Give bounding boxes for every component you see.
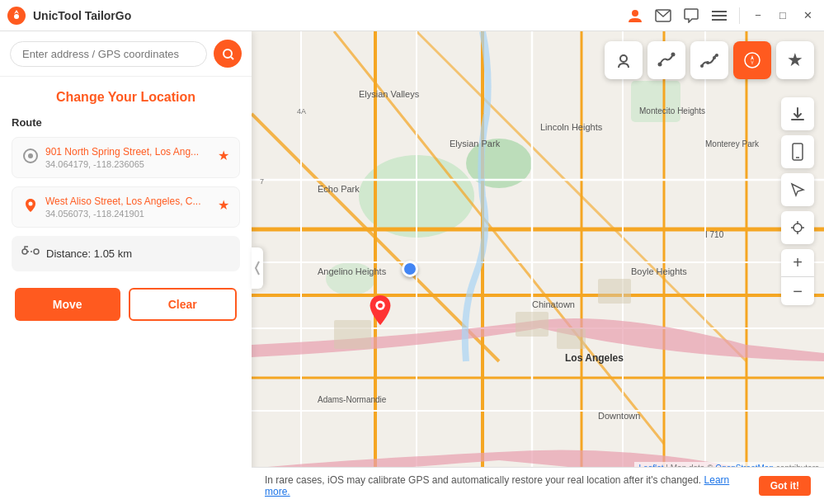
route-point-1-text: 901 North Spring Street, Los Ang... 34.0…: [45, 146, 211, 169]
route-point-2-star[interactable]: ★: [218, 197, 229, 213]
svg-point-2: [632, 10, 638, 16]
panel-title: Change Your Location: [12, 90, 240, 105]
location-arrow-button[interactable]: [781, 173, 814, 206]
svg-point-72: [793, 224, 802, 232]
location-circle-icon: [22, 148, 39, 164]
route-point-1-name: 901 North Spring Street, Los Ang...: [45, 146, 211, 158]
svg-text:Adams-Normandie: Adams-Normandie: [318, 395, 387, 404]
search-bar: [0, 31, 252, 77]
svg-point-62: [658, 63, 662, 67]
route-point-2-coords: 34.056073, -118.241901: [45, 209, 211, 219]
svg-text:Lincoln Heights: Lincoln Heights: [540, 122, 603, 132]
map-toolbar: ★: [605, 41, 814, 79]
svg-rect-19: [631, 81, 680, 122]
svg-line-8: [231, 57, 233, 59]
banner-text: In rare cases, iOS may calibrate GPS and…: [265, 474, 749, 497]
arrow-icon: [221, 47, 234, 60]
teleport-tool-button[interactable]: [605, 41, 643, 79]
map-right-controls: + −: [781, 97, 814, 305]
route-point-1-star[interactable]: ★: [218, 148, 229, 163]
distance-row: Distance: 1.05 km: [12, 236, 240, 271]
chat-icon[interactable]: [680, 4, 703, 27]
svg-point-12: [22, 249, 27, 254]
svg-point-10: [28, 153, 33, 158]
app-title: UnicTool TailorGo: [33, 9, 624, 22]
svg-rect-40: [516, 312, 549, 337]
main-layout: Change Your Location Route 901 North Spr…: [0, 31, 824, 504]
distance-text: Distance: 1.05 km: [46, 247, 132, 260]
sidebar: Change Your Location Route 901 North Spr…: [0, 31, 252, 504]
svg-point-13: [34, 249, 39, 254]
route-point-1-coords: 34.064179, -118.236065: [45, 159, 211, 169]
svg-text:Chinatown: Chinatown: [532, 299, 575, 309]
clear-button[interactable]: Clear: [129, 288, 238, 321]
panel-content: Change Your Location Route 901 North Spr…: [0, 77, 252, 504]
svg-text:Elysian Park: Elysian Park: [450, 139, 501, 148]
map-area[interactable]: Chinatown Los Angeles Downtown Angelino …: [252, 31, 824, 504]
titlebar-icons: − □ ✕: [624, 4, 817, 27]
svg-rect-41: [557, 328, 586, 349]
svg-text:Los Angeles: Los Angeles: [565, 352, 624, 364]
route-label: Route: [12, 116, 240, 129]
svg-point-7: [224, 49, 232, 58]
device-button[interactable]: [781, 135, 814, 168]
move-button[interactable]: Move: [15, 288, 120, 321]
route-point-2: West Aliso Street, Los Angeles, C... 34.…: [12, 186, 240, 228]
svg-text:Elysian Valleys: Elysian Valleys: [359, 89, 420, 99]
svg-point-66: [713, 56, 716, 59]
route-point-1: 901 North Spring Street, Los Ang... 34.0…: [12, 137, 240, 178]
svg-point-61: [620, 55, 627, 62]
svg-point-65: [706, 61, 709, 64]
crosshair-button[interactable]: [781, 211, 814, 244]
svg-point-1: [14, 14, 19, 19]
mail-icon[interactable]: [652, 4, 675, 27]
destination-marker: [367, 294, 393, 327]
svg-rect-43: [598, 279, 631, 304]
svg-text:7: 7: [260, 177, 264, 186]
two-spot-tool-button[interactable]: [647, 41, 685, 79]
svg-text:Montecito Heights: Montecito Heights: [639, 106, 705, 115]
svg-text:Downtown: Downtown: [598, 411, 640, 421]
action-buttons: Move Clear: [12, 288, 240, 321]
banner-message: In rare cases, iOS may calibrate GPS and…: [265, 474, 701, 486]
svg-text:Boyle Heights: Boyle Heights: [631, 266, 687, 276]
favorites-button[interactable]: ★: [776, 41, 814, 79]
route-point-2-name: West Aliso Street, Los Angeles, C...: [45, 195, 211, 207]
menu-icon[interactable]: [708, 4, 731, 27]
multi-spot-tool-button[interactable]: [690, 41, 728, 79]
zoom-controls: + −: [781, 249, 814, 305]
svg-text:Echo Park: Echo Park: [318, 184, 360, 194]
zoom-out-button[interactable]: −: [781, 277, 814, 305]
svg-point-68: [745, 53, 760, 68]
zoom-in-button[interactable]: +: [781, 249, 814, 277]
search-input[interactable]: [10, 41, 207, 67]
map-background: Chinatown Los Angeles Downtown Angelino …: [252, 31, 824, 504]
svg-point-63: [671, 53, 676, 57]
svg-point-67: [715, 54, 718, 57]
got-it-button[interactable]: Got it!: [759, 476, 811, 496]
avatar-icon[interactable]: [624, 4, 647, 27]
maximize-button[interactable]: □: [773, 6, 793, 26]
compass-tool-button[interactable]: [733, 41, 771, 79]
svg-text:Angelino Heights: Angelino Heights: [318, 266, 387, 276]
search-button[interactable]: [214, 40, 242, 68]
svg-text:I 710: I 710: [705, 230, 724, 239]
svg-point-64: [700, 64, 704, 68]
download-button[interactable]: [781, 97, 814, 130]
svg-text:Monterey Park: Monterey Park: [705, 139, 760, 148]
svg-point-60: [378, 303, 383, 308]
svg-text:4A: 4A: [297, 107, 306, 115]
minimize-button[interactable]: −: [748, 6, 768, 26]
info-banner: In rare cases, iOS may calibrate GPS and…: [252, 467, 824, 504]
location-pin-icon: [22, 197, 39, 214]
titlebar: UnicTool TailorGo − □ ✕: [0, 0, 824, 31]
start-location-marker: [402, 261, 418, 277]
collapse-handle[interactable]: [252, 247, 263, 289]
close-button[interactable]: ✕: [798, 6, 817, 26]
svg-rect-42: [334, 320, 371, 349]
svg-point-11: [29, 202, 33, 206]
distance-icon: [21, 244, 40, 263]
star-icon: ★: [787, 49, 803, 71]
route-point-2-text: West Aliso Street, Los Angeles, C... 34.…: [45, 195, 211, 219]
app-logo: [7, 6, 26, 26]
